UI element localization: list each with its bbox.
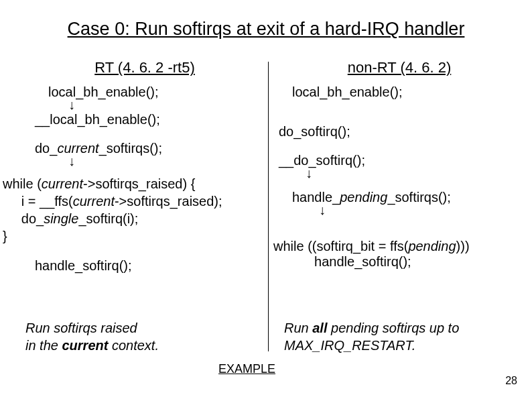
column-divider bbox=[268, 62, 269, 351]
text: _softirqs(); bbox=[387, 190, 450, 205]
right-while-block: while ((softirq_bit = ffs(pending))) han… bbox=[273, 239, 520, 270]
text: while ((softirq_bit = ffs( bbox=[273, 239, 408, 253]
italic-current: current bbox=[42, 176, 83, 191]
text: do_ bbox=[3, 211, 44, 226]
text: ->softirqs_raised); bbox=[115, 194, 222, 209]
right-heading: non-RT (4. 6. 2) bbox=[279, 59, 520, 76]
slide-title: Case 0: Run softirqs at exit of a hard-I… bbox=[0, 19, 532, 40]
page-number: 28 bbox=[505, 375, 517, 387]
text: ->softirqs_raised) { bbox=[83, 176, 195, 191]
text: while ( bbox=[3, 176, 42, 191]
right-column: non-RT (4. 6. 2) local_bh_enable(); do_s… bbox=[279, 59, 520, 270]
right-summary: Run all pending softirqs up to MAX_IRQ_R… bbox=[284, 319, 459, 354]
text: Run softirqs raised bbox=[25, 321, 137, 335]
text: pending softirqs up to bbox=[328, 321, 460, 335]
left-heading: RT (4. 6. 2 -rt5) bbox=[21, 59, 268, 76]
left-while-block: while (current->softirqs_raised) { i = _… bbox=[3, 175, 268, 245]
left-fn-4: handle_softirq(); bbox=[35, 258, 268, 274]
italic-current: current bbox=[73, 194, 115, 209]
italic-single: single bbox=[44, 211, 78, 226]
text: _softirqs(); bbox=[99, 141, 162, 156]
text: context. bbox=[108, 338, 159, 353]
slide: Case 0: Run softirqs at exit of a hard-I… bbox=[0, 0, 532, 399]
arrow-down-icon: ↓ bbox=[306, 168, 520, 180]
right-fn-2: do_softirq(); bbox=[279, 124, 520, 139]
left-fn-1: local_bh_enable(); bbox=[48, 84, 268, 100]
text: ))) bbox=[456, 239, 470, 253]
text: handle_ bbox=[292, 190, 340, 205]
left-summary: Run softirqs raised in the current conte… bbox=[25, 319, 159, 354]
text: i = __ffs( bbox=[3, 194, 73, 209]
text: in the bbox=[25, 338, 62, 353]
left-fn-2: __local_bh_enable(); bbox=[35, 112, 268, 127]
text: handle_softirq(); bbox=[273, 254, 411, 269]
right-fn-3: __do_softirq(); bbox=[279, 153, 520, 168]
text: _softirq(i); bbox=[78, 211, 138, 226]
italic-pending: pending bbox=[340, 190, 387, 205]
arrow-down-icon: ↓ bbox=[68, 100, 268, 112]
text: Run bbox=[284, 321, 312, 335]
example-link[interactable]: EXAMPLE bbox=[218, 362, 275, 376]
right-fn-1: local_bh_enable(); bbox=[292, 84, 520, 100]
text: MAX_IRQ_RESTART. bbox=[284, 338, 415, 353]
left-column: RT (4. 6. 2 -rt5) local_bh_enable(); ↓ _… bbox=[21, 59, 268, 274]
right-fn-4: handle_pending_softirqs(); bbox=[292, 190, 520, 205]
italic-pending: pending bbox=[408, 239, 456, 253]
text: } bbox=[3, 229, 7, 243]
arrow-down-icon: ↓ bbox=[68, 156, 268, 168]
bold-current: current bbox=[62, 338, 108, 353]
bold-all: all bbox=[312, 321, 327, 335]
text: do_ bbox=[35, 141, 57, 156]
italic-current: current bbox=[57, 141, 98, 156]
arrow-down-icon: ↓ bbox=[319, 205, 520, 217]
